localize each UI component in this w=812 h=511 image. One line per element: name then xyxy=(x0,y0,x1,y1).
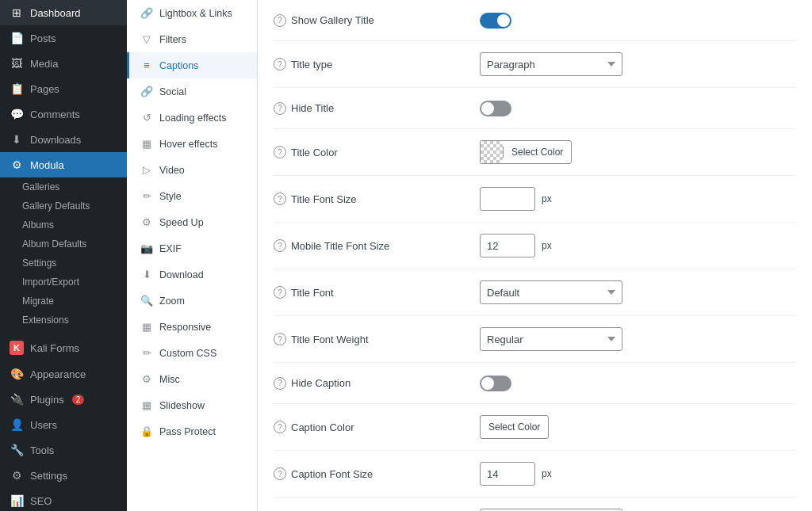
sec-item-speed-up[interactable]: ⚙ Speed Up xyxy=(127,209,257,235)
sidebar-item-dashboard[interactable]: ⊞ Dashboard xyxy=(0,0,127,25)
row-title-type: ? Title type Paragraph H1H2H3 xyxy=(274,41,796,88)
color-btn-title[interactable]: Select Color xyxy=(480,140,572,164)
posts-icon: 📄 xyxy=(10,32,24,44)
seo-icon: 📊 xyxy=(10,494,24,507)
sidebar-subitem-albums[interactable]: Albums xyxy=(0,215,127,235)
kali-forms-icon: K xyxy=(10,341,24,355)
sidebar-item-appearance[interactable]: 🎨 Appearance xyxy=(0,361,127,387)
sidebar-subitem-extensions[interactable]: Extensions xyxy=(0,311,127,330)
input-caption-font-size[interactable] xyxy=(480,462,535,486)
modula-icon: ⚙ xyxy=(10,158,24,171)
sec-item-zoom[interactable]: 🔍 Zoom xyxy=(127,288,257,314)
captions-icon: ≡ xyxy=(140,59,153,71)
help-title-font[interactable]: ? xyxy=(274,286,286,299)
row-mobile-title-font-size: ? Mobile Title Font Size px xyxy=(274,223,796,269)
row-title-font: ? Title Font Default xyxy=(274,269,796,316)
help-hide-title[interactable]: ? xyxy=(274,102,286,115)
sidebar-item-settings[interactable]: ⚙ Settings xyxy=(0,463,127,488)
appearance-icon: 🎨 xyxy=(10,368,24,380)
sec-item-slideshow[interactable]: ▦ Slideshow xyxy=(127,392,257,418)
hover-effects-icon: ▦ xyxy=(140,138,153,150)
select-title-font[interactable]: Default xyxy=(480,280,622,304)
row-caption-color: ? Caption Color Select Color xyxy=(274,404,796,451)
style-icon: ✏ xyxy=(140,190,153,202)
toggle-show-gallery-title[interactable] xyxy=(480,13,511,29)
sidebar-item-media[interactable]: 🖼 Media xyxy=(0,51,127,76)
media-icon: 🖼 xyxy=(10,57,24,70)
users-icon: 👤 xyxy=(10,418,24,431)
sidebar-item-kali-forms[interactable]: K Kali Forms xyxy=(0,334,127,361)
sec-item-social[interactable]: 🔗 Social xyxy=(127,78,257,105)
speed-up-icon: ⚙ xyxy=(140,216,153,228)
sidebar-item-posts[interactable]: 📄 Posts xyxy=(0,25,127,51)
plugins-icon: 🔌 xyxy=(10,393,24,406)
sec-item-responsive[interactable]: ▦ Responsive xyxy=(127,314,257,340)
sidebar-item-modula[interactable]: ⚙ Modula xyxy=(0,152,127,177)
filters-icon: ▽ xyxy=(140,33,153,45)
sidebar-subitem-import-export[interactable]: Import/Export xyxy=(0,273,127,292)
main-content: ? Show Gallery Title ? Title type Paragr… xyxy=(258,0,812,511)
responsive-icon: ▦ xyxy=(140,321,153,333)
select-title-font-weight[interactable]: Regular Bold Light xyxy=(480,327,622,351)
sec-item-video[interactable]: ▷ Video xyxy=(127,157,257,183)
sidebar-item-downloads[interactable]: ⬇ Downloads xyxy=(0,127,127,152)
toggle-hide-title[interactable] xyxy=(480,101,511,116)
settings-icon: ⚙ xyxy=(10,469,24,482)
sec-item-lightbox[interactable]: 🔗 Lightbox & Links xyxy=(127,0,257,26)
misc-icon: ⚙ xyxy=(140,373,153,385)
sidebar-item-seo[interactable]: 📊 SEO xyxy=(0,488,127,511)
lightbox-icon: 🔗 xyxy=(140,7,153,19)
help-caption-font-size[interactable]: ? xyxy=(274,467,286,480)
sidebar-subitem-album-defaults[interactable]: Album Defaults xyxy=(0,235,127,254)
help-title-font-size[interactable]: ? xyxy=(274,193,286,205)
sec-item-loading-effects[interactable]: ↺ Loading effects xyxy=(127,105,257,131)
sec-item-captions[interactable]: ≡ Captions xyxy=(127,52,257,78)
help-show-gallery-title[interactable]: ? xyxy=(274,14,286,27)
sidebar-subitem-settings[interactable]: Settings xyxy=(0,254,127,273)
comments-icon: 💬 xyxy=(10,108,24,120)
help-caption-color[interactable]: ? xyxy=(274,421,286,433)
help-mobile-title-font-size[interactable]: ? xyxy=(274,239,286,252)
sidebar-subitem-galleries[interactable]: Galleries xyxy=(0,177,127,196)
sec-item-exif[interactable]: 📷 EXIF xyxy=(127,235,257,261)
pages-icon: 📋 xyxy=(10,82,24,95)
row-hide-caption: ? Hide Caption xyxy=(274,363,796,404)
pass-protect-icon: 🔒 xyxy=(140,425,153,437)
input-title-font-size[interactable] xyxy=(480,187,535,211)
sidebar-item-comments[interactable]: 💬 Comments xyxy=(0,101,127,127)
admin-sidebar: ⊞ Dashboard 📄 Posts 🖼 Media 📋 Pages 💬 Co… xyxy=(0,0,127,511)
row-title-color: ? Title Color Select Color xyxy=(274,129,796,176)
row-title-font-size: ? Title Font Size px xyxy=(274,176,796,223)
exif-icon: 📷 xyxy=(140,242,153,254)
settings-panel: ? Show Gallery Title ? Title type Paragr… xyxy=(258,0,812,511)
input-mobile-title-font-size[interactable] xyxy=(480,234,535,257)
sec-item-hover-effects[interactable]: ▦ Hover effects xyxy=(127,131,257,157)
sec-item-style[interactable]: ✏ Style xyxy=(127,183,257,209)
help-title-font-weight[interactable]: ? xyxy=(274,333,286,345)
sidebar-item-users[interactable]: 👤 Users xyxy=(0,412,127,437)
sec-item-pass-protect[interactable]: 🔒 Pass Protect xyxy=(127,418,257,444)
sidebar-item-plugins[interactable]: 🔌 Plugins 2 xyxy=(0,387,127,412)
select-title-type[interactable]: Paragraph H1H2H3 xyxy=(480,52,622,76)
sec-item-custom-css[interactable]: ✏ Custom CSS xyxy=(127,340,257,366)
sidebar-subitem-gallery-defaults[interactable]: Gallery Defaults xyxy=(0,196,127,215)
sec-item-misc[interactable]: ⚙ Misc xyxy=(127,366,257,392)
color-btn-caption[interactable]: Select Color xyxy=(480,415,549,439)
toggle-hide-caption[interactable] xyxy=(480,376,511,391)
help-title-type[interactable]: ? xyxy=(274,58,286,71)
sec-item-download[interactable]: ⬇ Download xyxy=(127,261,257,288)
help-hide-caption[interactable]: ? xyxy=(274,377,286,390)
sidebar-item-tools[interactable]: 🔧 Tools xyxy=(0,437,127,463)
slideshow-icon: ▦ xyxy=(140,399,153,411)
dashboard-icon: ⊞ xyxy=(10,6,24,19)
sidebar-subitem-migrate[interactable]: Migrate xyxy=(0,292,127,311)
sidebar-item-pages[interactable]: 📋 Pages xyxy=(0,76,127,101)
downloads-icon: ⬇ xyxy=(10,133,24,146)
second-sidebar: 🔗 Lightbox & Links ▽ Filters ≡ Captions … xyxy=(127,0,258,511)
help-title-color[interactable]: ? xyxy=(274,146,286,158)
row-show-gallery-title: ? Show Gallery Title xyxy=(274,0,796,41)
zoom-icon: 🔍 xyxy=(140,295,153,307)
sec-item-filters[interactable]: ▽ Filters xyxy=(127,26,257,52)
loading-effects-icon: ↺ xyxy=(140,112,153,124)
color-swatch-title xyxy=(481,141,503,163)
